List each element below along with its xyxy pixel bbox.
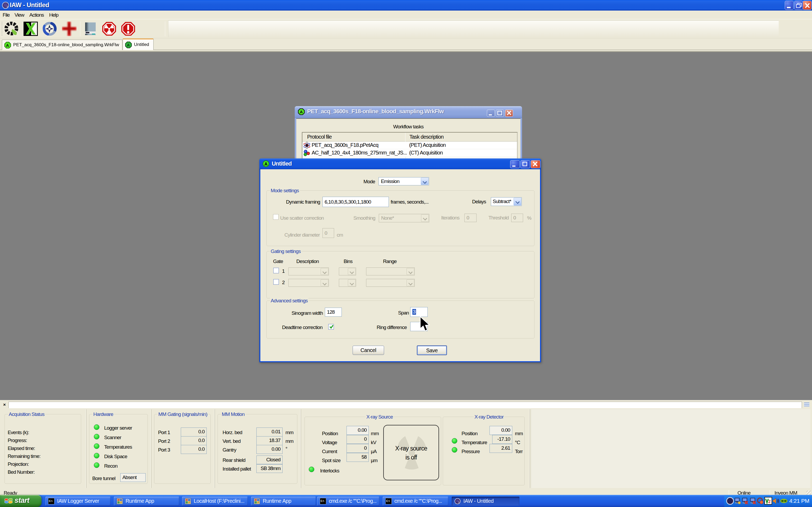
svg-text:A: A	[6, 43, 9, 48]
svg-text:2: 2	[768, 499, 771, 504]
svg-text:A: A	[127, 43, 130, 47]
svg-text:A: A	[264, 162, 267, 166]
svg-text:2: 2	[458, 501, 460, 504]
svg-text:A: A	[300, 110, 303, 114]
